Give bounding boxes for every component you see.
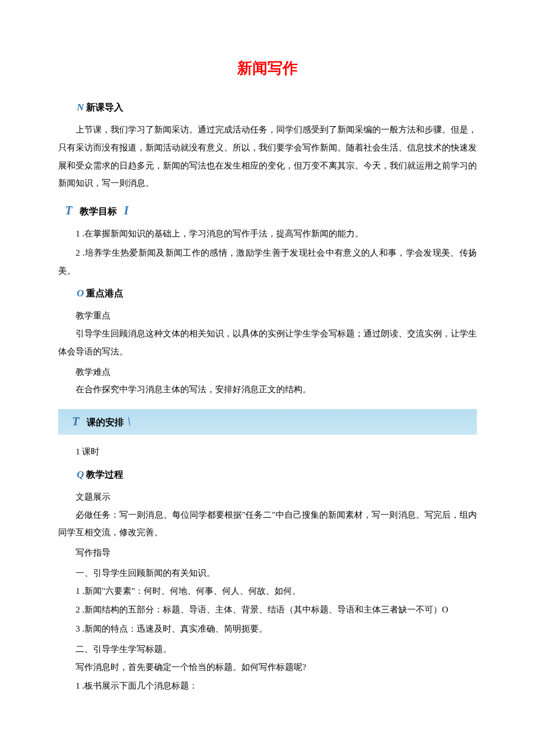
section-heading-text: 重点港点 [86,288,123,298]
process-sec1-item2: 2 .新闻结构的五部分：标题、导语、主体、背景、结语（其中标题、导语和主体三者缺… [58,601,477,619]
page-title: 新闻写作 [58,58,477,78]
key-sub2-text: 在合作探究中学习消息主体的写法，安排好消息正文的结构。 [58,381,477,399]
section-key-heading: O重点港点 [58,288,477,300]
section-heading-text: 课的安排 [87,417,124,427]
key-sub2-title: 教学难点 [58,363,477,381]
section-heading-text: 教学目标 [80,206,117,216]
section-intro-heading: N新课导入 [58,102,477,114]
section-schedule-heading: T 课的安排 \ [58,409,477,435]
section-heading-text: 新课导入 [86,102,123,112]
section-prefix: T [72,415,80,428]
section-heading-text: 教学过程 [86,470,123,479]
schedule-text: 1 课时 [58,443,477,461]
section-prefix: T [65,204,73,217]
process-sec1-item1: 1 .新闻"六要素"：何时、何地、何事、何人、何故、如何。 [58,582,477,600]
section-process-heading: Q教学过程 [58,469,477,481]
key-sub1-text: 引导学生回顾消息这种文体的相关知识，以具体的实例让学生学会写标题；通过朗读、交流… [58,325,477,361]
process-sub1-text: 必做任务：写一则消息。每位同学都要根据"任务二"中自己搜集的新闻素材，写一则消息… [58,506,477,542]
section-suffix: \ [127,415,131,428]
section-prefix: Q [77,469,84,480]
process-sec1-title: 一、引导学生回顾新闻的有关知识。 [58,564,477,582]
process-sec2-text1: 写作消息时，首先要确定一个恰当的标题。如何写作标题呢? [58,658,477,676]
process-sub1: 文题展示 [58,488,477,506]
process-sec1-item3: 3 .新闻的特点：迅速及时、真实准确、简明扼要。 [58,620,477,638]
process-sec2-item1: 1 .板书展示下面几个消息标题： [58,677,477,695]
section-suffix: I [124,204,129,217]
key-sub1-title: 教学重点 [58,307,477,325]
intro-paragraph: 上节课，我们学习了新闻采访。通过完成活动任务，同学们感受到了新闻采编的一般方法和… [58,121,477,192]
target-item-1: 1 .在掌握新闻知识的基础上，学习消息的写作手法，提高写作新闻的能力。 [58,225,477,243]
section-target-heading: T 教学目标 I [65,204,477,218]
process-sec2-title: 二、引导学生学写标题。 [58,640,477,658]
section-prefix: O [77,288,84,299]
process-sub2: 写作指导 [58,544,477,562]
target-item-2: 2 .培养学生热爱新闻及新闻工作的感情，激励学生善于发现社会中有意义的人和事，学… [58,244,477,280]
section-prefix: N [77,102,84,113]
